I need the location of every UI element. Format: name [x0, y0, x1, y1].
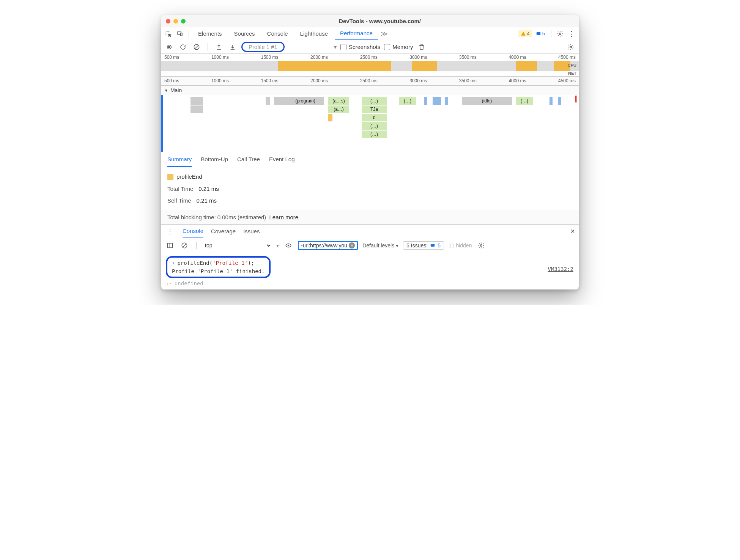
console-settings-gear-icon[interactable] [476, 241, 486, 250]
console-clear-icon[interactable] [179, 241, 189, 250]
screenshots-checkbox[interactable]: Screenshots [340, 44, 380, 50]
memory-checkbox[interactable]: Memory [384, 44, 413, 50]
titlebar: DevTools - www.youtube.com/ [161, 15, 579, 27]
seg-b[interactable]: b [362, 114, 387, 121]
drawer-tab-coverage[interactable]: Coverage [211, 225, 236, 238]
perf-toolbar: Profile 1 #1 ▾ Screenshots Memory [161, 40, 579, 54]
devtools-window: DevTools - www.youtube.com/ Elements Sou… [161, 15, 579, 289]
download-icon[interactable] [228, 42, 238, 52]
learn-more-link[interactable]: Learn more [269, 214, 298, 220]
prompt-icon: › [172, 260, 175, 266]
cpu-overview-strip[interactable]: CPU NET [161, 61, 579, 77]
highlighted-block: ›profileEnd('Profile 1'); Profile 'Profi… [166, 256, 271, 278]
svg-line-13 [183, 244, 186, 247]
seg-as[interactable]: (a…s) [328, 97, 349, 105]
seg-dots5[interactable]: (…) [516, 97, 533, 105]
upload-icon[interactable] [214, 42, 224, 52]
summary-name: profileEnd [176, 173, 202, 180]
seg-dots1[interactable]: (…) [362, 97, 387, 105]
close-icon[interactable] [166, 19, 170, 24]
drawer-tab-console[interactable]: Console [183, 225, 203, 238]
console-toolbar: top ▾ -url:https://www.you✕ Default leve… [161, 238, 579, 253]
self-time-value: 0.21 ms [197, 197, 217, 204]
overflow-tabs-icon[interactable]: ≫ [379, 29, 389, 39]
source-link[interactable]: VM3132:2 [548, 266, 573, 272]
collapse-icon[interactable]: ▼ [164, 88, 168, 93]
total-time-row: Total Time0.21 ms [167, 186, 573, 192]
warnings-badge[interactable]: 4 [518, 30, 532, 37]
separator [196, 242, 197, 249]
summary-panel: profileEnd Total Time0.21 ms Self Time0.… [161, 167, 579, 210]
seg-dots4[interactable]: (…) [399, 97, 416, 105]
toolbar-right: 4 5 ⋮ [518, 29, 576, 39]
seg-dots3[interactable]: (…) [362, 131, 387, 138]
device-toggle-icon[interactable] [175, 29, 185, 39]
profile-dropdown-icon[interactable]: ▾ [334, 44, 337, 50]
kebab-menu-icon[interactable]: ⋮ [567, 29, 576, 39]
summary-name-row: profileEnd [167, 173, 573, 180]
clear-filter-icon[interactable]: ✕ [349, 242, 355, 249]
svg-rect-10 [167, 243, 173, 248]
separator [551, 30, 551, 38]
subtab-calltree[interactable]: Call Tree [237, 152, 260, 167]
drawer-tab-issues[interactable]: Issues [243, 225, 260, 238]
blocking-text: Total blocking time: 0.00ms (estimated) [167, 214, 266, 220]
drawer-kebab-icon[interactable]: ⋮ [165, 227, 175, 236]
tab-performance[interactable]: Performance [335, 27, 378, 40]
seg-program[interactable]: (program) [287, 97, 324, 105]
console-sidebar-toggle-icon[interactable] [165, 241, 175, 250]
console-filter-input[interactable]: -url:https://www.you✕ [298, 241, 358, 250]
separator [189, 30, 189, 38]
log-levels-dropdown[interactable]: Default levels ▾ [362, 242, 398, 249]
net-label: NET [568, 71, 576, 76]
cpu-label: CPU [568, 63, 576, 68]
seg-dots2[interactable]: (…) [362, 122, 387, 130]
flame-body[interactable]: (program) (a…s) (a…) (…) TJa b (…) (…) (… [161, 95, 579, 152]
console-input-line: ›profileEnd('Profile 1'); [172, 260, 265, 266]
perf-settings-gear-icon[interactable] [566, 42, 576, 52]
total-time-value: 0.21 ms [198, 186, 219, 192]
main-track-header[interactable]: ▼Main [161, 86, 579, 95]
drawer-close-icon[interactable]: × [570, 227, 575, 236]
main-track-label: Main [170, 87, 182, 93]
context-selector[interactable]: top [203, 242, 272, 249]
console-output[interactable]: ›profileEnd('Profile 1'); Profile 'Profi… [161, 253, 579, 289]
seg-idle[interactable]: (idle) [462, 97, 512, 105]
drawer-tab-strip: ⋮ Console Coverage Issues × [161, 225, 579, 238]
tab-elements[interactable]: Elements [193, 27, 227, 40]
issues-chip[interactable]: 5 Issues:5 [403, 241, 444, 250]
svg-rect-16 [431, 244, 435, 247]
seg-tja[interactable]: TJa [362, 105, 387, 113]
window-controls [166, 19, 186, 24]
tab-console[interactable]: Console [262, 27, 293, 40]
clear-icon[interactable] [192, 42, 202, 52]
messages-badge[interactable]: 5 [534, 30, 547, 37]
warnings-count: 4 [527, 31, 530, 36]
seg-a[interactable]: (a…) [328, 105, 349, 113]
subtab-eventlog[interactable]: Event Log [269, 152, 295, 167]
subtab-summary[interactable]: Summary [167, 152, 192, 167]
settings-gear-icon[interactable] [555, 29, 565, 39]
live-expression-icon[interactable] [283, 241, 293, 250]
return-icon: ‹· [166, 280, 172, 286]
tab-sources[interactable]: Sources [229, 27, 260, 40]
maximize-icon[interactable] [181, 19, 186, 24]
filter-text: -url:https://www.you [301, 242, 347, 249]
overview-ruler: 500 ms1000 ms1500 ms2000 ms2500 ms3000 m… [161, 54, 579, 61]
svg-point-4 [559, 33, 561, 35]
hidden-count[interactable]: 11 hidden [449, 242, 472, 249]
subtab-bottomup[interactable]: Bottom-Up [201, 152, 228, 167]
timeline-overview[interactable]: 500 ms1000 ms1500 ms2000 ms2500 ms3000 m… [161, 54, 579, 86]
record-icon[interactable] [164, 42, 174, 52]
range-start-marker [161, 95, 163, 152]
svg-line-8 [195, 45, 198, 49]
reload-icon[interactable] [178, 42, 188, 52]
tab-lighthouse[interactable]: Lighthouse [295, 27, 333, 40]
profile-selector[interactable]: Profile 1 #1 [241, 42, 285, 52]
svg-point-15 [288, 245, 289, 246]
inspect-icon[interactable] [164, 29, 173, 39]
minimize-icon[interactable] [173, 19, 178, 24]
details-tab-strip: Summary Bottom-Up Call Tree Event Log [161, 152, 579, 167]
trash-icon[interactable] [417, 42, 427, 52]
flame-chart[interactable]: ▼Main (program) (a…s) (a…) (…) TJa b (…)… [161, 86, 579, 152]
